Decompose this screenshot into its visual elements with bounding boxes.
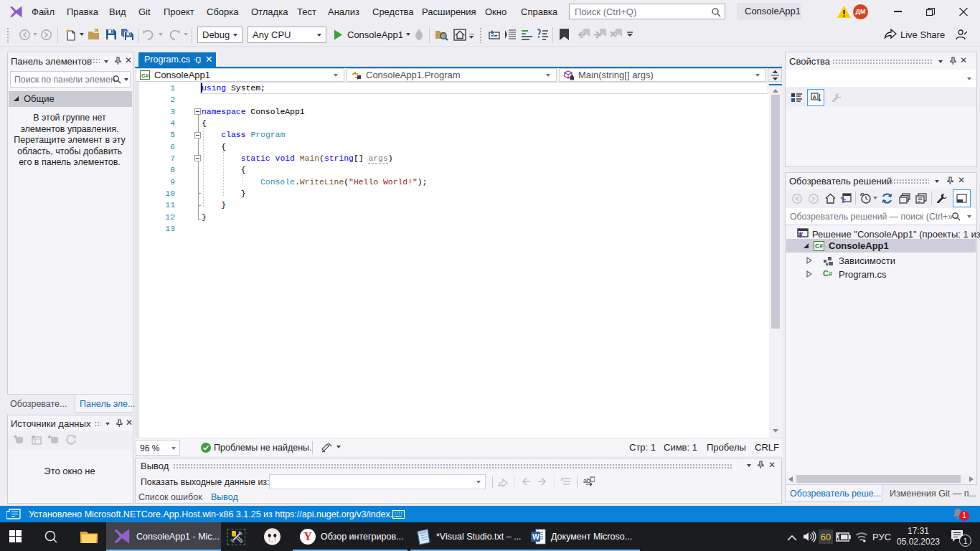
svg-text:C#: C# — [815, 242, 823, 250]
svg-text:C#: C# — [141, 72, 149, 79]
svg-text:ab: ab — [583, 477, 590, 484]
svg-text:W: W — [532, 532, 540, 541]
svg-text:A: A — [813, 94, 817, 100]
